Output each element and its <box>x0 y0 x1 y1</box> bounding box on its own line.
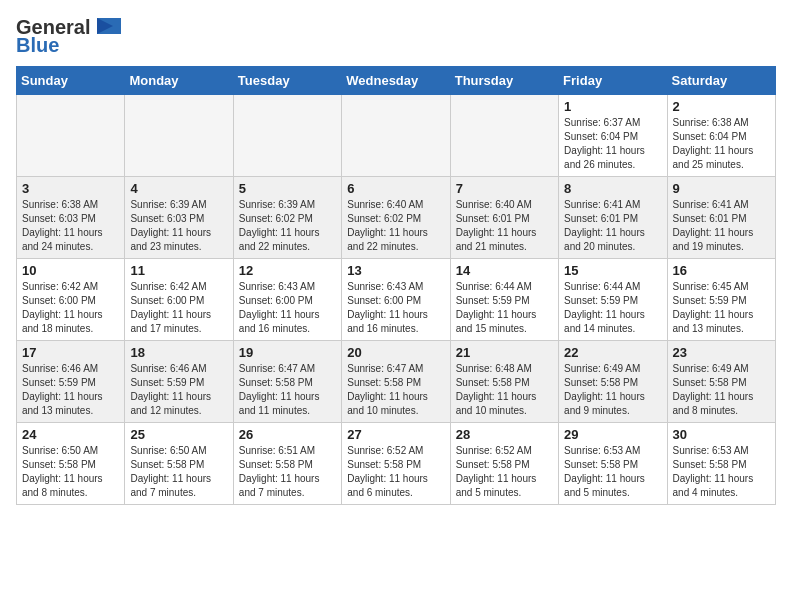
calendar-cell: 10Sunrise: 6:42 AM Sunset: 6:00 PM Dayli… <box>17 259 125 341</box>
day-number: 7 <box>456 181 553 196</box>
day-of-week-header: Thursday <box>450 67 558 95</box>
calendar-cell: 1Sunrise: 6:37 AM Sunset: 6:04 PM Daylig… <box>559 95 667 177</box>
calendar-cell: 5Sunrise: 6:39 AM Sunset: 6:02 PM Daylig… <box>233 177 341 259</box>
day-info: Sunrise: 6:49 AM Sunset: 5:58 PM Dayligh… <box>673 362 770 418</box>
day-number: 30 <box>673 427 770 442</box>
calendar-cell: 9Sunrise: 6:41 AM Sunset: 6:01 PM Daylig… <box>667 177 775 259</box>
day-number: 1 <box>564 99 661 114</box>
calendar-cell: 28Sunrise: 6:52 AM Sunset: 5:58 PM Dayli… <box>450 423 558 505</box>
calendar-week-row: 24Sunrise: 6:50 AM Sunset: 5:58 PM Dayli… <box>17 423 776 505</box>
day-number: 26 <box>239 427 336 442</box>
calendar-cell <box>342 95 450 177</box>
day-number: 8 <box>564 181 661 196</box>
day-info: Sunrise: 6:43 AM Sunset: 6:00 PM Dayligh… <box>347 280 444 336</box>
calendar-cell: 24Sunrise: 6:50 AM Sunset: 5:58 PM Dayli… <box>17 423 125 505</box>
calendar-cell: 29Sunrise: 6:53 AM Sunset: 5:58 PM Dayli… <box>559 423 667 505</box>
calendar-cell: 6Sunrise: 6:40 AM Sunset: 6:02 PM Daylig… <box>342 177 450 259</box>
calendar-cell: 4Sunrise: 6:39 AM Sunset: 6:03 PM Daylig… <box>125 177 233 259</box>
day-info: Sunrise: 6:44 AM Sunset: 5:59 PM Dayligh… <box>456 280 553 336</box>
day-number: 2 <box>673 99 770 114</box>
day-number: 18 <box>130 345 227 360</box>
calendar-cell: 14Sunrise: 6:44 AM Sunset: 5:59 PM Dayli… <box>450 259 558 341</box>
day-number: 14 <box>456 263 553 278</box>
day-number: 16 <box>673 263 770 278</box>
day-of-week-header: Monday <box>125 67 233 95</box>
calendar-cell: 18Sunrise: 6:46 AM Sunset: 5:59 PM Dayli… <box>125 341 233 423</box>
day-number: 20 <box>347 345 444 360</box>
day-info: Sunrise: 6:50 AM Sunset: 5:58 PM Dayligh… <box>130 444 227 500</box>
day-of-week-header: Friday <box>559 67 667 95</box>
calendar-cell: 26Sunrise: 6:51 AM Sunset: 5:58 PM Dayli… <box>233 423 341 505</box>
calendar-cell: 19Sunrise: 6:47 AM Sunset: 5:58 PM Dayli… <box>233 341 341 423</box>
day-info: Sunrise: 6:51 AM Sunset: 5:58 PM Dayligh… <box>239 444 336 500</box>
day-info: Sunrise: 6:40 AM Sunset: 6:01 PM Dayligh… <box>456 198 553 254</box>
calendar-cell: 11Sunrise: 6:42 AM Sunset: 6:00 PM Dayli… <box>125 259 233 341</box>
day-info: Sunrise: 6:53 AM Sunset: 5:58 PM Dayligh… <box>564 444 661 500</box>
day-of-week-header: Tuesday <box>233 67 341 95</box>
calendar-cell: 2Sunrise: 6:38 AM Sunset: 6:04 PM Daylig… <box>667 95 775 177</box>
day-number: 19 <box>239 345 336 360</box>
day-info: Sunrise: 6:48 AM Sunset: 5:58 PM Dayligh… <box>456 362 553 418</box>
day-info: Sunrise: 6:50 AM Sunset: 5:58 PM Dayligh… <box>22 444 119 500</box>
calendar: SundayMondayTuesdayWednesdayThursdayFrid… <box>16 66 776 505</box>
logo-container: General Blue <box>16 16 125 56</box>
calendar-header-row: SundayMondayTuesdayWednesdayThursdayFrid… <box>17 67 776 95</box>
day-number: 6 <box>347 181 444 196</box>
header: General Blue <box>16 16 776 56</box>
day-number: 5 <box>239 181 336 196</box>
day-info: Sunrise: 6:45 AM Sunset: 5:59 PM Dayligh… <box>673 280 770 336</box>
calendar-cell: 30Sunrise: 6:53 AM Sunset: 5:58 PM Dayli… <box>667 423 775 505</box>
day-of-week-header: Saturday <box>667 67 775 95</box>
day-number: 27 <box>347 427 444 442</box>
day-number: 23 <box>673 345 770 360</box>
day-info: Sunrise: 6:46 AM Sunset: 5:59 PM Dayligh… <box>130 362 227 418</box>
day-info: Sunrise: 6:47 AM Sunset: 5:58 PM Dayligh… <box>239 362 336 418</box>
day-number: 22 <box>564 345 661 360</box>
day-number: 25 <box>130 427 227 442</box>
calendar-cell <box>450 95 558 177</box>
day-number: 10 <box>22 263 119 278</box>
day-of-week-header: Sunday <box>17 67 125 95</box>
day-of-week-header: Wednesday <box>342 67 450 95</box>
calendar-cell: 25Sunrise: 6:50 AM Sunset: 5:58 PM Dayli… <box>125 423 233 505</box>
day-info: Sunrise: 6:41 AM Sunset: 6:01 PM Dayligh… <box>673 198 770 254</box>
calendar-cell: 3Sunrise: 6:38 AM Sunset: 6:03 PM Daylig… <box>17 177 125 259</box>
calendar-cell: 8Sunrise: 6:41 AM Sunset: 6:01 PM Daylig… <box>559 177 667 259</box>
day-info: Sunrise: 6:38 AM Sunset: 6:04 PM Dayligh… <box>673 116 770 172</box>
calendar-cell <box>17 95 125 177</box>
day-info: Sunrise: 6:40 AM Sunset: 6:02 PM Dayligh… <box>347 198 444 254</box>
calendar-cell: 17Sunrise: 6:46 AM Sunset: 5:59 PM Dayli… <box>17 341 125 423</box>
calendar-week-row: 17Sunrise: 6:46 AM Sunset: 5:59 PM Dayli… <box>17 341 776 423</box>
calendar-cell: 23Sunrise: 6:49 AM Sunset: 5:58 PM Dayli… <box>667 341 775 423</box>
logo: General Blue <box>16 16 125 56</box>
day-info: Sunrise: 6:42 AM Sunset: 6:00 PM Dayligh… <box>22 280 119 336</box>
calendar-cell: 15Sunrise: 6:44 AM Sunset: 5:59 PM Dayli… <box>559 259 667 341</box>
day-number: 28 <box>456 427 553 442</box>
calendar-cell: 7Sunrise: 6:40 AM Sunset: 6:01 PM Daylig… <box>450 177 558 259</box>
calendar-cell: 22Sunrise: 6:49 AM Sunset: 5:58 PM Dayli… <box>559 341 667 423</box>
day-info: Sunrise: 6:38 AM Sunset: 6:03 PM Dayligh… <box>22 198 119 254</box>
day-number: 24 <box>22 427 119 442</box>
calendar-week-row: 1Sunrise: 6:37 AM Sunset: 6:04 PM Daylig… <box>17 95 776 177</box>
calendar-week-row: 3Sunrise: 6:38 AM Sunset: 6:03 PM Daylig… <box>17 177 776 259</box>
day-info: Sunrise: 6:52 AM Sunset: 5:58 PM Dayligh… <box>456 444 553 500</box>
day-info: Sunrise: 6:53 AM Sunset: 5:58 PM Dayligh… <box>673 444 770 500</box>
calendar-cell: 27Sunrise: 6:52 AM Sunset: 5:58 PM Dayli… <box>342 423 450 505</box>
day-number: 12 <box>239 263 336 278</box>
day-number: 4 <box>130 181 227 196</box>
logo-blue-text: Blue <box>16 34 125 56</box>
page: General Blue SundayMondayTuesdayWednesda… <box>0 0 792 612</box>
day-info: Sunrise: 6:49 AM Sunset: 5:58 PM Dayligh… <box>564 362 661 418</box>
day-number: 3 <box>22 181 119 196</box>
calendar-cell: 16Sunrise: 6:45 AM Sunset: 5:59 PM Dayli… <box>667 259 775 341</box>
calendar-cell <box>125 95 233 177</box>
day-info: Sunrise: 6:52 AM Sunset: 5:58 PM Dayligh… <box>347 444 444 500</box>
day-info: Sunrise: 6:37 AM Sunset: 6:04 PM Dayligh… <box>564 116 661 172</box>
day-info: Sunrise: 6:42 AM Sunset: 6:00 PM Dayligh… <box>130 280 227 336</box>
day-number: 21 <box>456 345 553 360</box>
calendar-cell <box>233 95 341 177</box>
day-info: Sunrise: 6:47 AM Sunset: 5:58 PM Dayligh… <box>347 362 444 418</box>
day-number: 17 <box>22 345 119 360</box>
day-number: 15 <box>564 263 661 278</box>
day-number: 9 <box>673 181 770 196</box>
